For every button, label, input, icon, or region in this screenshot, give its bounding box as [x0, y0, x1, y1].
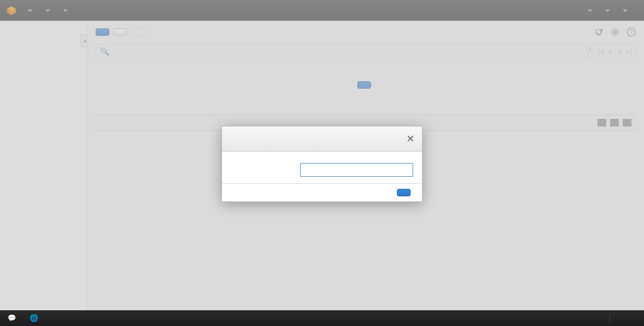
modal-footer [222, 183, 422, 201]
modal-body [222, 152, 422, 183]
close-icon[interactable]: ✕ [406, 133, 414, 145]
globe-icon: 🌐 [30, 314, 38, 322]
keypair-name-input[interactable] [300, 163, 413, 177]
feedback-link[interactable]: 💬 [8, 314, 19, 322]
modal-header: ✕ [222, 126, 422, 152]
speech-icon: 💬 [8, 314, 16, 322]
footer: 💬 🌐 [0, 310, 644, 326]
divider [609, 314, 610, 323]
create-button[interactable] [397, 189, 411, 196]
create-keypair-modal: ✕ [221, 126, 423, 202]
language-menu[interactable]: 🌐 [30, 314, 42, 322]
